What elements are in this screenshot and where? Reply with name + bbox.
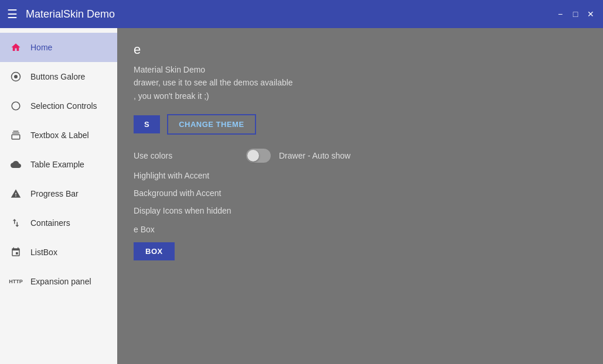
display-icons-row: Display Icons when hidden xyxy=(134,206,587,215)
change-theme-button[interactable]: CHANGE THEME xyxy=(167,114,255,135)
minimize-button[interactable]: − xyxy=(555,9,565,19)
toggle-knob xyxy=(247,150,259,162)
content-inner: e Material Skin Demo drawer, use it to s… xyxy=(117,28,603,274)
sidebar-item-progress-bar[interactable]: Progress Bar xyxy=(0,179,117,208)
maximize-button[interactable]: □ xyxy=(570,9,581,19)
buttons-galore-icon xyxy=(9,70,22,83)
section-box-title: e Box xyxy=(134,225,587,234)
menu-icon[interactable]: ☰ xyxy=(7,8,18,20)
drawer-auto-label: Drawer - Auto show xyxy=(279,151,350,160)
sidebar-item-expansion-panel[interactable]: HTTP Expansion panel xyxy=(0,267,117,296)
sidebar-item-textbox-label[interactable]: Textbox & Label xyxy=(0,121,117,150)
desc-line-3: , you won't break it ;) xyxy=(134,90,587,102)
title-bar: ☰ MaterialSkin Demo − □ ✕ xyxy=(0,0,603,28)
home-icon xyxy=(9,41,22,54)
sidebar-item-buttons-galore[interactable]: Buttons Galore xyxy=(0,62,117,91)
color-box-button[interactable]: BOX xyxy=(134,242,175,260)
sidebar-item-selection-controls[interactable]: Selection Controls xyxy=(0,91,117,121)
window-controls: − □ ✕ xyxy=(555,9,596,19)
sidebar-label-textbox-label: Textbox & Label xyxy=(30,131,89,140)
sidebar-item-listbox[interactable]: ListBox xyxy=(0,238,117,267)
expansion-panel-icon: HTTP xyxy=(9,275,22,288)
background-accent-label: Background with Accent xyxy=(134,188,239,198)
highlight-accent-row: Highlight with Accent xyxy=(134,171,587,180)
sidebar: Home Buttons Galore Selection Controls T… xyxy=(0,28,117,364)
app-title: MaterialSkin Demo xyxy=(26,8,555,20)
close-button[interactable]: ✕ xyxy=(585,9,596,19)
containers-icon xyxy=(9,217,22,229)
use-colors-row: Use colors Drawer - Auto show xyxy=(134,149,587,163)
sidebar-item-table-example[interactable]: Table Example xyxy=(0,150,117,179)
sidebar-label-expansion-panel: Expansion panel xyxy=(30,277,91,286)
btn-row: S CHANGE THEME xyxy=(134,114,587,135)
progress-bar-icon xyxy=(9,187,22,200)
sidebar-item-home[interactable]: Home xyxy=(0,33,117,62)
main-layout: Home Buttons Galore Selection Controls T… xyxy=(0,28,603,364)
listbox-icon xyxy=(9,246,22,259)
display-icons-label: Display Icons when hidden xyxy=(134,206,239,215)
sidebar-label-progress-bar: Progress Bar xyxy=(30,189,79,198)
content-title: e xyxy=(134,42,587,57)
background-accent-row: Background with Accent xyxy=(134,188,587,198)
sidebar-label-containers: Containers xyxy=(30,218,70,228)
content-area: e Material Skin Demo drawer, use it to s… xyxy=(117,28,603,364)
sidebar-label-listbox: ListBox xyxy=(30,248,57,257)
sidebar-label-home: Home xyxy=(30,43,52,52)
section-box: e Box BOX xyxy=(134,225,587,260)
content-desc: Material Skin Demo drawer, use it to see… xyxy=(134,63,587,102)
demos-button[interactable]: S xyxy=(134,115,160,133)
textbox-label-icon xyxy=(9,129,22,142)
toggle-container: Drawer - Auto show xyxy=(246,149,350,163)
desc-line-1: Material Skin Demo xyxy=(134,63,587,76)
sidebar-label-table-example: Table Example xyxy=(30,160,84,169)
svg-point-1 xyxy=(14,75,18,78)
sidebar-item-containers[interactable]: Containers xyxy=(0,208,117,238)
selection-controls-icon xyxy=(9,99,22,112)
use-colors-toggle[interactable] xyxy=(246,149,271,163)
desc-line-2: drawer, use it to see all the demos avai… xyxy=(134,76,587,89)
use-colors-label: Use colors xyxy=(134,151,239,160)
sidebar-label-buttons-galore: Buttons Galore xyxy=(30,72,85,81)
sidebar-label-selection-controls: Selection Controls xyxy=(30,101,97,111)
table-example-icon xyxy=(9,158,22,171)
highlight-accent-label: Highlight with Accent xyxy=(134,171,239,180)
